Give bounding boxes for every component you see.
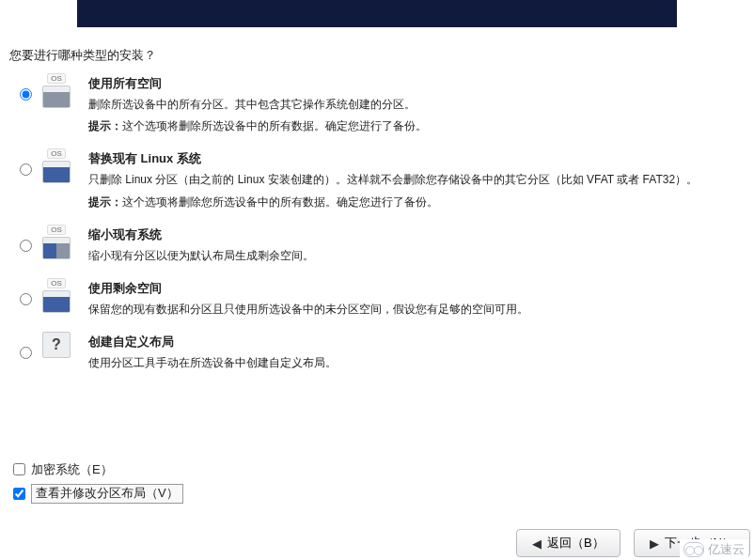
option-icon: OS [41, 278, 71, 314]
options-list: OS 使用所有空间 删除所选设备中的所有分区。其中包含其它操作系统创建的分区。 … [15, 68, 735, 380]
encrypt-label: 加密系统（E） [31, 461, 113, 478]
watermark: 亿速云 [680, 539, 748, 560]
option-title: 使用剩余空间 [88, 280, 735, 297]
option-desc: 只删除 Linux 分区（由之前的 Linux 安装创建的）。这样就不会删除您存… [88, 171, 735, 210]
option-replace-linux[interactable]: OS 替换现有 Linux 系统 只删除 Linux 分区（由之前的 Linux… [15, 143, 735, 210]
radio-use-all-space[interactable] [20, 88, 32, 101]
option-text: 替换现有 Linux 系统 只删除 Linux 分区（由之前的 Linux 安装… [88, 148, 735, 210]
option-custom-layout[interactable]: ? 创建自定义布局 使用分区工具手动在所选设备中创建自定义布局。 [15, 326, 735, 372]
option-desc: 保留您的现有数据和分区且只使用所选设备中的未分区空间，假设您有足够的空间可用。 [88, 301, 735, 319]
review-checkbox[interactable] [13, 488, 25, 500]
os-tag: OS [47, 148, 66, 159]
disk-icon [42, 86, 71, 108]
watermark-text: 亿速云 [708, 541, 745, 558]
option-use-all-space[interactable]: OS 使用所有空间 删除所选设备中的所有分区。其中包含其它操作系统创建的分区。 … [15, 68, 735, 135]
option-free-space[interactable]: OS 使用剩余空间 保留您的现有数据和分区且只使用所选设备中的未分区空间，假设您… [15, 272, 735, 319]
os-tag: OS [47, 278, 66, 288]
encrypt-checkbox[interactable] [13, 463, 25, 475]
option-text: 缩小现有系统 缩小现有分区以便为默认布局生成剩余空间。 [88, 225, 735, 265]
os-tag: OS [47, 225, 66, 235]
encrypt-row[interactable]: 加密系统（E） [9, 460, 183, 478]
radio-free-space[interactable] [20, 293, 32, 305]
option-icon: ? [41, 332, 71, 367]
option-text: 使用剩余空间 保留您的现有数据和分区且只使用所选设备中的未分区空间，假设您有足够… [88, 278, 735, 319]
watermark-logo-icon [683, 542, 704, 557]
arrow-right-icon: ▶ [650, 537, 659, 551]
os-tag: OS [47, 73, 66, 84]
option-text: 创建自定义布局 使用分区工具手动在所选设备中创建自定义布局。 [88, 332, 735, 372]
review-label: 查看并修改分区布局（V） [31, 484, 183, 504]
option-title: 创建自定义布局 [88, 334, 735, 350]
arrow-left-icon: ◀ [532, 537, 542, 551]
disk-icon [42, 290, 71, 313]
review-row[interactable]: 查看并修改分区布局（V） [9, 484, 183, 504]
option-shrink[interactable]: OS 缩小现有系统 缩小现有分区以便为默认布局生成剩余空间。 [15, 219, 735, 265]
option-text: 使用所有空间 删除所选设备中的所有分区。其中包含其它操作系统创建的分区。 提示：… [88, 73, 735, 135]
radio-shrink[interactable] [20, 240, 32, 252]
question-icon: ? [42, 332, 71, 358]
option-desc: 缩小现有分区以便为默认布局生成剩余空间。 [88, 247, 735, 265]
option-desc: 删除所选设备中的所有分区。其中包含其它操作系统创建的分区。 提示：这个选项将删除… [88, 96, 735, 135]
radio-replace-linux[interactable] [20, 163, 32, 176]
question-label: 您要进行哪种类型的安装？ [9, 47, 156, 64]
option-icon: OS [41, 225, 71, 260]
option-icon: OS [41, 73, 71, 109]
header-banner [77, 0, 677, 27]
back-button-label: 返回（B） [547, 535, 605, 552]
button-bar: ◀ 返回（B） ▶ 下一步（N） [0, 529, 754, 557]
disk-icon [42, 161, 71, 183]
radio-custom-layout[interactable] [20, 347, 32, 359]
option-title: 缩小现有系统 [88, 226, 735, 243]
hint-label: 提示： [88, 119, 122, 132]
bottom-checks: 加密系统（E） 查看并修改分区布局（V） [9, 460, 183, 509]
option-desc: 使用分区工具手动在所选设备中创建自定义布局。 [88, 354, 735, 372]
option-title: 替换现有 Linux 系统 [88, 150, 735, 167]
disk-icon [42, 237, 71, 259]
back-button[interactable]: ◀ 返回（B） [516, 529, 620, 557]
option-title: 使用所有空间 [88, 75, 735, 92]
hint-label: 提示： [88, 195, 122, 209]
option-icon: OS [41, 148, 71, 184]
